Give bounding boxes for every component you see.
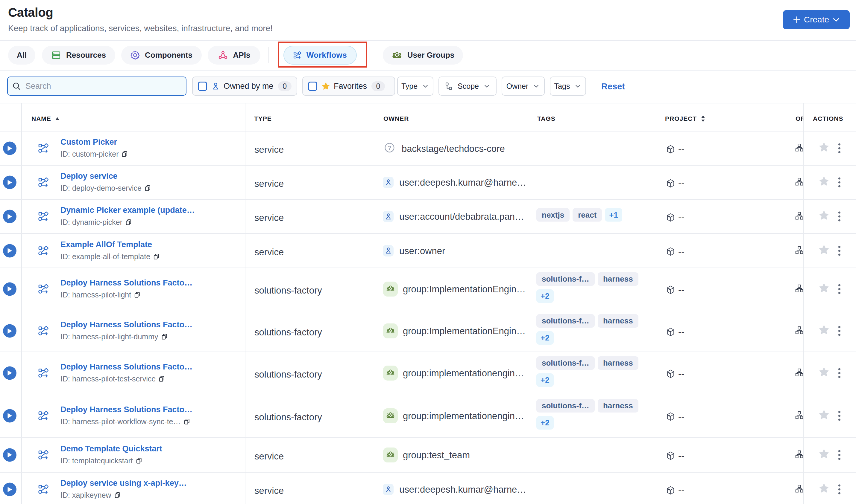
svg-text:?: ? (388, 145, 392, 151)
